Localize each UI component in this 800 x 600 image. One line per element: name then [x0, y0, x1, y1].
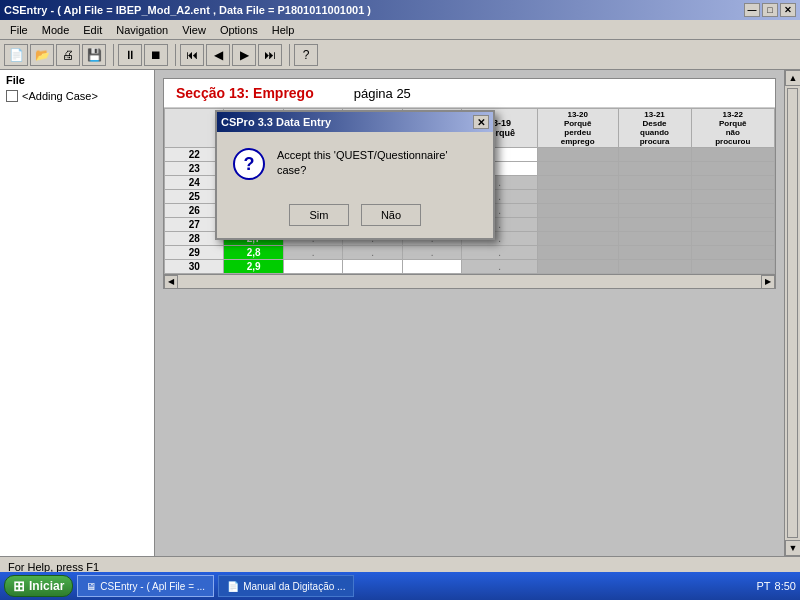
help-btn[interactable]: ? [294, 44, 318, 66]
left-panel: File <Adding Case> [0, 70, 155, 556]
next-btn[interactable]: ▶ [232, 44, 256, 66]
menu-navigation[interactable]: Navigation [110, 22, 174, 38]
menu-bar: File Mode Edit Navigation View Options H… [0, 20, 800, 40]
taskbar-item-manual[interactable]: 📄 Manual da Digitação ... [218, 575, 354, 597]
window-title: CSEntry - ( Apl File = IBEP_Mod_A2.ent ,… [4, 4, 371, 16]
question-icon: ? [233, 148, 265, 180]
first-btn[interactable]: ⏮ [180, 44, 204, 66]
prev-btn[interactable]: ◀ [206, 44, 230, 66]
print-btn[interactable]: 🖨 [56, 44, 80, 66]
taskbar-item-csentiry[interactable]: 🖥 CSEntry - ( Apl File = ... [77, 575, 214, 597]
dialog-no-button[interactable]: Não [361, 204, 421, 226]
clock: 8:50 [775, 580, 796, 592]
minimize-button[interactable]: — [744, 3, 760, 17]
close-window-button[interactable]: ✕ [780, 3, 796, 17]
menu-mode[interactable]: Mode [36, 22, 76, 38]
right-content: Secção 13: Emprego página 25 13-15 13-16… [155, 70, 784, 556]
title-bar: CSEntry - ( Apl File = IBEP_Mod_A2.ent ,… [0, 0, 800, 20]
taskbar: ⊞ Iniciar 🖥 CSEntry - ( Apl File = ... 📄… [0, 572, 800, 600]
toolbar-sep2 [172, 44, 176, 66]
dialog-title: CSPro 3.3 Data Entry [221, 116, 331, 128]
menu-help[interactable]: Help [266, 22, 301, 38]
pause-btn[interactable]: ⏸ [118, 44, 142, 66]
last-btn[interactable]: ⏭ [258, 44, 282, 66]
dialog-body: ? Accept this 'QUEST/Questionnaire' case… [217, 132, 493, 196]
language-indicator: PT [757, 580, 771, 592]
stop-btn[interactable]: ⏹ [144, 44, 168, 66]
manual-icon: 📄 [227, 581, 239, 592]
tree-label: <Adding Case> [22, 90, 98, 102]
dialog-yes-button[interactable]: Sim [289, 204, 349, 226]
windows-logo-icon: ⊞ [13, 578, 25, 594]
scroll-up-btn[interactable]: ▲ [785, 70, 800, 86]
menu-edit[interactable]: Edit [77, 22, 108, 38]
new-btn[interactable]: 📄 [4, 44, 28, 66]
save-btn[interactable]: 💾 [82, 44, 106, 66]
scroll-thumb[interactable] [787, 88, 798, 538]
menu-options[interactable]: Options [214, 22, 264, 38]
dialog-titlebar: CSPro 3.3 Data Entry ✕ [217, 112, 493, 132]
taskbar-right: PT 8:50 [757, 580, 796, 592]
toolbar-sep1 [110, 44, 114, 66]
toolbar-sep3 [286, 44, 290, 66]
toolbar: 📄 📂 🖨 💾 ⏸ ⏹ ⏮ ◀ ▶ ⏭ ? [0, 40, 800, 70]
dialog-close-button[interactable]: ✕ [473, 115, 489, 129]
dialog: CSPro 3.3 Data Entry ✕ ? Accept this 'QU… [215, 110, 495, 240]
csentiry-icon: 🖥 [86, 581, 96, 592]
modal-overlay: CSPro 3.3 Data Entry ✕ ? Accept this 'QU… [155, 70, 784, 556]
vertical-scrollbar[interactable]: ▲ ▼ [784, 70, 800, 556]
left-panel-header: File [2, 72, 152, 88]
dialog-message: Accept this 'QUEST/Questionnaire' case? [277, 148, 477, 179]
tree-item[interactable]: <Adding Case> [2, 88, 152, 104]
window-controls: — □ ✕ [744, 3, 796, 17]
scroll-down-btn[interactable]: ▼ [785, 540, 800, 556]
tree-checkbox[interactable] [6, 90, 18, 102]
main-content: File <Adding Case> Secção 13: Emprego pá… [0, 70, 800, 556]
menu-file[interactable]: File [4, 22, 34, 38]
dialog-buttons: Sim Não [217, 196, 493, 238]
start-button[interactable]: ⊞ Iniciar [4, 575, 73, 597]
menu-view[interactable]: View [176, 22, 212, 38]
start-label: Iniciar [29, 579, 64, 593]
open-btn[interactable]: 📂 [30, 44, 54, 66]
maximize-button[interactable]: □ [762, 3, 778, 17]
